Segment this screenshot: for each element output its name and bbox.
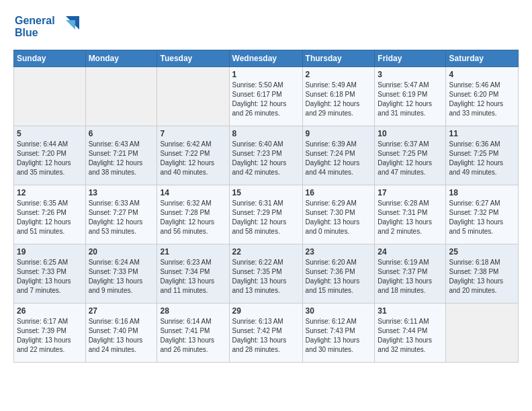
day-info: Sunrise: 5:49 AMSunset: 6:18 PMDaylight:… (306, 81, 372, 118)
day-info: Sunrise: 6:37 AMSunset: 7:25 PMDaylight:… (378, 140, 443, 177)
calendar-cell: 12Sunrise: 6:35 AMSunset: 7:26 PMDayligh… (14, 185, 86, 244)
calendar-cell: 27Sunrise: 6:16 AMSunset: 7:40 PMDayligh… (85, 304, 157, 363)
day-info: Sunrise: 6:20 AMSunset: 7:36 PMDaylight:… (306, 258, 372, 295)
calendar-cell: 14Sunrise: 6:32 AMSunset: 7:28 PMDayligh… (157, 185, 229, 244)
day-number: 17 (378, 188, 443, 197)
day-number: 4 (449, 70, 515, 79)
day-number: 21 (160, 247, 226, 257)
day-info: Sunrise: 6:33 AMSunset: 7:27 PMDaylight:… (89, 199, 154, 236)
calendar-cell: 25Sunrise: 6:18 AMSunset: 7:38 PMDayligh… (446, 244, 519, 304)
day-info: Sunrise: 6:25 AMSunset: 7:33 PMDaylight:… (17, 258, 83, 295)
day-info: Sunrise: 6:19 AMSunset: 7:37 PMDaylight:… (378, 258, 443, 295)
calendar-body: 1Sunrise: 5:50 AMSunset: 6:17 PMDaylight… (14, 67, 519, 363)
day-info: Sunrise: 6:14 AMSunset: 7:41 PMDaylight:… (160, 317, 226, 355)
day-number: 22 (232, 247, 300, 257)
day-number: 5 (17, 129, 83, 138)
day-info: Sunrise: 6:39 AMSunset: 7:24 PMDaylight:… (306, 140, 372, 177)
day-info: Sunrise: 6:16 AMSunset: 7:40 PMDaylight:… (89, 317, 154, 355)
page: General Blue SundayMondayTuesdayWednesda… (0, 0, 532, 411)
day-info: Sunrise: 6:13 AMSunset: 7:42 PMDaylight:… (232, 317, 300, 355)
day-info: Sunrise: 6:23 AMSunset: 7:34 PMDaylight:… (160, 258, 226, 295)
calendar-cell: 21Sunrise: 6:23 AMSunset: 7:34 PMDayligh… (157, 244, 229, 304)
weekday-header-wednesday: Wednesday (229, 50, 302, 67)
day-number: 12 (17, 188, 83, 197)
day-number: 24 (378, 247, 443, 257)
day-info: Sunrise: 6:43 AMSunset: 7:21 PMDaylight:… (89, 140, 154, 177)
calendar-cell: 11Sunrise: 6:36 AMSunset: 7:25 PMDayligh… (446, 126, 519, 185)
day-info: Sunrise: 6:11 AMSunset: 7:44 PMDaylight:… (378, 317, 443, 355)
calendar-cell: 18Sunrise: 6:27 AMSunset: 7:32 PMDayligh… (446, 185, 519, 244)
calendar-cell (14, 67, 86, 126)
calendar-cell: 31Sunrise: 6:11 AMSunset: 7:44 PMDayligh… (375, 304, 446, 363)
calendar-cell: 3Sunrise: 5:47 AMSunset: 6:19 PMDaylight… (375, 67, 446, 126)
day-number: 28 (160, 306, 226, 316)
day-number: 8 (232, 129, 300, 138)
calendar-cell: 16Sunrise: 6:29 AMSunset: 7:30 PMDayligh… (302, 185, 375, 244)
weekday-header-thursday: Thursday (302, 50, 375, 67)
weekday-header-tuesday: Tuesday (157, 50, 229, 67)
day-info: Sunrise: 6:17 AMSunset: 7:39 PMDaylight:… (17, 317, 83, 355)
day-number: 11 (449, 129, 515, 138)
day-number: 2 (306, 70, 372, 79)
calendar-table: SundayMondayTuesdayWednesdayThursdayFrid… (13, 50, 519, 363)
calendar-cell: 28Sunrise: 6:14 AMSunset: 7:41 PMDayligh… (157, 304, 229, 363)
calendar-cell: 7Sunrise: 6:42 AMSunset: 7:22 PMDaylight… (157, 126, 229, 185)
calendar-week-2: 5Sunrise: 6:44 AMSunset: 7:20 PMDaylight… (14, 126, 519, 185)
day-info: Sunrise: 5:50 AMSunset: 6:17 PMDaylight:… (232, 81, 300, 118)
day-info: Sunrise: 6:28 AMSunset: 7:31 PMDaylight:… (378, 199, 443, 236)
calendar-cell (446, 304, 519, 363)
weekday-header-sunday: Sunday (14, 50, 86, 67)
calendar-cell: 1Sunrise: 5:50 AMSunset: 6:17 PMDaylight… (229, 67, 302, 126)
day-number: 6 (89, 129, 154, 138)
day-info: Sunrise: 6:18 AMSunset: 7:38 PMDaylight:… (449, 258, 515, 295)
day-number: 29 (232, 306, 300, 316)
day-number: 1 (232, 70, 300, 79)
day-info: Sunrise: 6:44 AMSunset: 7:20 PMDaylight:… (17, 140, 83, 177)
calendar-cell: 23Sunrise: 6:20 AMSunset: 7:36 PMDayligh… (302, 244, 375, 304)
calendar-cell: 22Sunrise: 6:22 AMSunset: 7:35 PMDayligh… (229, 244, 302, 304)
svg-text:Blue: Blue (15, 27, 38, 38)
day-number: 20 (89, 247, 154, 257)
calendar-cell: 17Sunrise: 6:28 AMSunset: 7:31 PMDayligh… (375, 185, 446, 244)
svg-marker-3 (66, 20, 75, 30)
calendar-cell: 9Sunrise: 6:39 AMSunset: 7:24 PMDaylight… (302, 126, 375, 185)
day-info: Sunrise: 6:27 AMSunset: 7:32 PMDaylight:… (449, 199, 515, 236)
day-info: Sunrise: 6:40 AMSunset: 7:23 PMDaylight:… (232, 140, 300, 177)
day-info: Sunrise: 6:36 AMSunset: 7:25 PMDaylight:… (449, 140, 515, 177)
calendar-week-4: 19Sunrise: 6:25 AMSunset: 7:33 PMDayligh… (14, 244, 519, 304)
logo-text: General Blue (13, 11, 87, 43)
calendar-week-3: 12Sunrise: 6:35 AMSunset: 7:26 PMDayligh… (14, 185, 519, 244)
day-info: Sunrise: 6:29 AMSunset: 7:30 PMDaylight:… (306, 199, 372, 236)
calendar-header: SundayMondayTuesdayWednesdayThursdayFrid… (14, 50, 519, 67)
day-info: Sunrise: 6:24 AMSunset: 7:33 PMDaylight:… (89, 258, 154, 295)
day-info: Sunrise: 6:22 AMSunset: 7:35 PMDaylight:… (232, 258, 300, 295)
svg-text:General: General (15, 15, 55, 26)
day-info: Sunrise: 5:47 AMSunset: 6:19 PMDaylight:… (378, 81, 443, 118)
calendar-cell (157, 67, 229, 126)
calendar-week-5: 26Sunrise: 6:17 AMSunset: 7:39 PMDayligh… (14, 304, 519, 363)
day-number: 3 (378, 70, 443, 79)
day-number: 13 (89, 188, 154, 197)
day-number: 19 (17, 247, 83, 257)
day-number: 9 (306, 129, 372, 138)
day-number: 18 (449, 188, 515, 197)
calendar-cell: 20Sunrise: 6:24 AMSunset: 7:33 PMDayligh… (85, 244, 157, 304)
calendar-cell: 19Sunrise: 6:25 AMSunset: 7:33 PMDayligh… (14, 244, 86, 304)
weekday-row: SundayMondayTuesdayWednesdayThursdayFrid… (14, 50, 519, 67)
day-info: Sunrise: 6:31 AMSunset: 7:29 PMDaylight:… (232, 199, 300, 236)
weekday-header-saturday: Saturday (446, 50, 519, 67)
day-number: 23 (306, 247, 372, 257)
calendar-cell (85, 67, 157, 126)
weekday-header-friday: Friday (375, 50, 446, 67)
day-number: 16 (306, 188, 372, 197)
day-number: 7 (160, 129, 226, 138)
day-info: Sunrise: 6:12 AMSunset: 7:43 PMDaylight:… (306, 317, 372, 355)
day-number: 31 (378, 306, 443, 316)
day-number: 30 (306, 306, 372, 316)
day-info: Sunrise: 6:35 AMSunset: 7:26 PMDaylight:… (17, 199, 83, 236)
calendar-cell: 15Sunrise: 6:31 AMSunset: 7:29 PMDayligh… (229, 185, 302, 244)
day-info: Sunrise: 6:32 AMSunset: 7:28 PMDaylight:… (160, 199, 226, 236)
calendar-cell: 29Sunrise: 6:13 AMSunset: 7:42 PMDayligh… (229, 304, 302, 363)
calendar-cell: 10Sunrise: 6:37 AMSunset: 7:25 PMDayligh… (375, 126, 446, 185)
calendar-cell: 8Sunrise: 6:40 AMSunset: 7:23 PMDaylight… (229, 126, 302, 185)
